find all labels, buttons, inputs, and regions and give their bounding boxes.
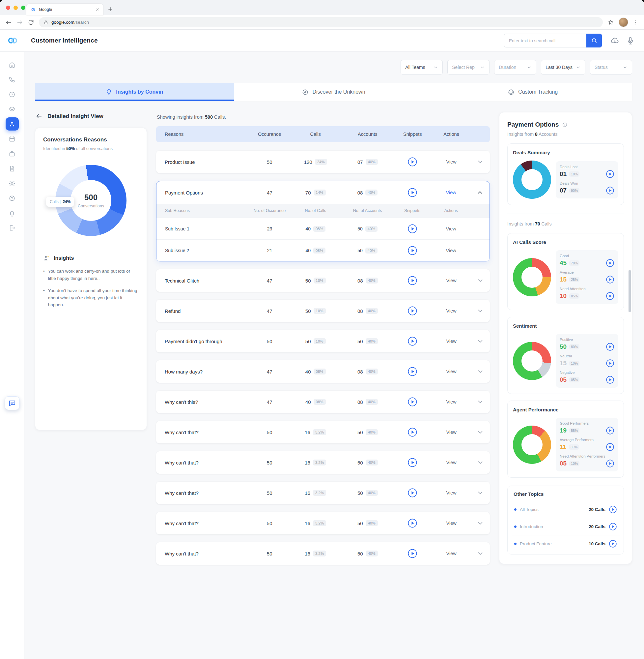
panel-scrollbar-thumb[interactable] [628,270,631,312]
date-range-filter-dropdown[interactable]: Last 30 Days [541,60,585,74]
topic-play-button[interactable] [609,523,617,531]
sub-table-row[interactable]: Sub issue 2214008%5040%View [157,239,489,261]
sidebar-item-stack[interactable] [6,103,19,116]
table-row[interactable]: Why can't that?50163.2%5040%View [156,512,490,534]
cloud-download-icon[interactable] [611,36,619,45]
chevron-down-icon[interactable] [477,429,484,436]
table-row[interactable]: How many days?474008%0840%View [156,360,490,383]
view-link[interactable]: View [446,551,457,556]
chevron-down-icon[interactable] [477,550,484,557]
view-link[interactable]: View [446,521,457,526]
view-link[interactable]: View [446,430,457,435]
forward-icon[interactable] [17,19,23,26]
view-link[interactable]: View [446,460,457,465]
chevron-down-icon[interactable] [477,489,484,497]
table-row[interactable]: Payment didn't go through505010%5040%Vie… [156,330,490,352]
table-row[interactable]: Why can't this?474008%0840%View [156,391,490,413]
topic-row[interactable]: All Topics20 Calls [511,501,620,518]
sidebar-item-customer-intelligence[interactable] [6,117,19,131]
chevron-up-icon[interactable] [476,189,484,196]
chevron-down-icon[interactable] [477,398,484,405]
legend-play-button[interactable] [606,443,614,451]
legend-play-button[interactable] [606,170,614,178]
chevron-down-icon[interactable] [477,520,484,527]
duration-filter-dropdown[interactable]: Duration [494,60,536,74]
legend-play-button[interactable] [606,359,614,368]
legend-play-button[interactable] [606,259,614,267]
view-link[interactable]: View [446,338,457,344]
view-link[interactable]: View [446,399,457,404]
teams-filter-dropdown[interactable]: All Teams [400,60,443,74]
sidebar-item-settings[interactable] [6,177,19,190]
snippet-play-button[interactable] [408,276,417,285]
view-link[interactable]: View [446,159,457,164]
sidebar-item-logout[interactable] [6,221,19,235]
tab-discover-the-unknown[interactable]: Discover the Unknown [234,83,433,101]
view-link[interactable]: View [446,308,457,313]
microphone-icon[interactable] [626,36,635,45]
tab-insights-by-convin[interactable]: Insights by Convin [35,83,234,101]
table-row[interactable]: Why can't that?50163.2%5040%View [156,482,490,504]
sidebar-item-home[interactable] [6,58,19,71]
reload-icon[interactable] [28,19,34,26]
legend-play-button[interactable] [606,292,614,300]
table-row[interactable]: Technical Glitch475010%0840%View [156,269,490,292]
snippet-play-button[interactable] [408,549,417,558]
legend-play-button[interactable] [606,343,614,351]
search-input[interactable] [504,34,586,47]
view-link[interactable]: View [446,248,456,253]
browser-tab[interactable]: G Google [26,4,104,15]
snippet-play-button[interactable] [408,157,417,167]
sidebar-item-history[interactable] [6,88,19,101]
topic-play-button[interactable] [609,540,617,548]
chevron-down-icon[interactable] [477,459,484,466]
snippet-play-button[interactable] [408,427,417,437]
back-icon[interactable] [5,19,12,26]
close-window-button[interactable] [6,6,10,10]
view-link[interactable]: View [446,369,457,374]
view-link[interactable]: View [446,226,456,232]
chevron-down-icon[interactable] [477,158,484,166]
legend-play-button[interactable] [606,426,614,435]
chevron-down-icon[interactable] [477,307,484,314]
convin-logo[interactable] [6,36,19,45]
chevron-down-icon[interactable] [477,337,484,345]
info-icon[interactable] [562,122,568,128]
view-link[interactable]: View [446,278,457,283]
zoom-window-button[interactable] [21,6,25,10]
chevron-down-icon[interactable] [477,368,484,375]
table-row[interactable]: Refund475010%0840%View [156,300,490,322]
rep-filter-dropdown[interactable]: Select Rep [447,60,489,74]
bookmark-star-icon[interactable] [607,19,614,26]
chat-widget-button[interactable] [5,396,20,410]
snippet-play-button[interactable] [408,397,417,407]
table-row[interactable]: Payment Options477014%0840%View [157,181,489,204]
view-link[interactable]: View [446,490,457,496]
snippet-play-button[interactable] [408,306,417,316]
address-bar[interactable]: google.com/search [39,17,603,27]
chevron-down-icon[interactable] [477,277,484,284]
sub-table-row[interactable]: Sub Issue 1234008%5040%View [157,218,489,239]
snippet-play-button[interactable] [408,224,417,234]
snippet-play-button[interactable] [408,188,417,197]
legend-play-button[interactable] [606,459,614,468]
legend-play-button[interactable] [606,375,614,384]
snippet-play-button[interactable] [408,336,417,346]
table-row[interactable]: Why can't that?50163.2%5040%View [156,542,490,565]
table-row[interactable]: Why can't that?50163.2%5040%View [156,421,490,443]
sidebar-item-calls[interactable] [6,73,19,86]
snippet-play-button[interactable] [408,458,417,467]
table-row[interactable]: Product Issue5012024%0740%View [156,151,490,173]
view-link[interactable]: View [446,190,456,195]
tab-custom-tracking[interactable]: Custom Tracking [433,83,632,101]
minimize-window-button[interactable] [14,6,18,10]
table-row[interactable]: Why can't that?50163.2%5040%View [156,451,490,474]
sidebar-item-reports[interactable] [6,162,19,175]
snippet-play-button[interactable] [408,246,417,256]
back-arrow-icon[interactable] [36,113,43,120]
legend-play-button[interactable] [606,186,614,195]
browser-profile-avatar[interactable] [619,18,628,27]
topic-row[interactable]: Product Feature10 Calls [511,535,620,552]
topic-play-button[interactable] [609,505,617,513]
snippet-play-button[interactable] [408,488,417,498]
